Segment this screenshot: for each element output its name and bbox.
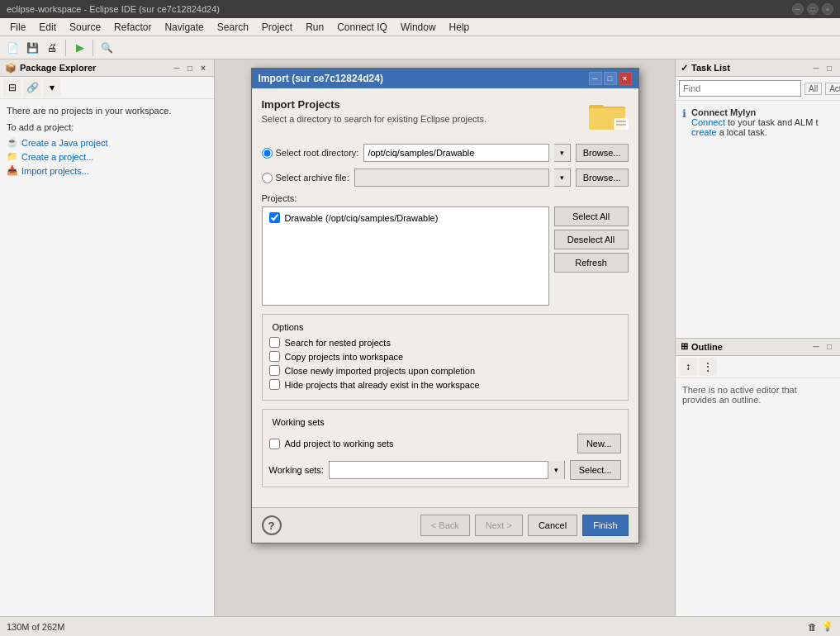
add-to-working-sets-label: Add project to working sets bbox=[285, 439, 394, 449]
outline-panel: ⊞ Outline ─ □ ↕ ⋮ There is no active edi… bbox=[676, 339, 840, 617]
collapse-all-button[interactable]: ⊟ bbox=[3, 78, 21, 97]
menu-navigate[interactable]: Navigate bbox=[158, 20, 210, 35]
projects-list: Drawable (/opt/ciq/samples/Drawable) bbox=[262, 206, 549, 306]
minimize-panel-button[interactable]: ─ bbox=[171, 62, 183, 74]
task-list-minimize[interactable]: ─ bbox=[810, 62, 822, 74]
active-tab[interactable]: Activ... bbox=[825, 83, 840, 95]
cancel-button[interactable]: Cancel bbox=[528, 515, 577, 536]
dialog-header-text: Import Projects Select a directory to se… bbox=[262, 98, 487, 124]
root-directory-dropdown[interactable]: ▾ bbox=[554, 144, 571, 162]
outline-title-area: ⊞ Outline bbox=[681, 341, 723, 352]
trash-icon[interactable]: 🗑 bbox=[808, 622, 817, 632]
menu-run[interactable]: Run bbox=[299, 20, 330, 35]
dialog-header: Import Projects Select a directory to se… bbox=[262, 98, 629, 134]
maximize-button[interactable]: □ bbox=[807, 3, 819, 15]
archive-file-input[interactable] bbox=[354, 168, 549, 187]
project-item-drawable: Drawable (/opt/ciq/samples/Drawable) bbox=[266, 211, 545, 225]
dialog-title-controls[interactable]: ─ □ × bbox=[589, 72, 632, 85]
options-group: Options Search for nested projects Copy … bbox=[262, 314, 629, 401]
menu-refactor[interactable]: Refactor bbox=[107, 20, 158, 35]
menu-edit[interactable]: Edit bbox=[32, 20, 63, 35]
task-list-panel: ✓ Task List ─ □ All Activ... bbox=[676, 59, 840, 339]
archive-file-dropdown[interactable]: ▾ bbox=[554, 168, 571, 187]
outline-content: There is no active editor that provides … bbox=[676, 378, 840, 411]
archive-file-browse-button[interactable]: Browse... bbox=[576, 168, 629, 187]
root-directory-radio[interactable] bbox=[262, 148, 273, 159]
root-directory-browse-button[interactable]: Browse... bbox=[576, 144, 629, 162]
menu-search[interactable]: Search bbox=[211, 20, 255, 35]
outline-controls[interactable]: ─ □ bbox=[810, 341, 835, 353]
close-panel-button[interactable]: × bbox=[197, 62, 209, 74]
center-area: Import (sur ce7c12824d24) ─ □ × Import P… bbox=[215, 59, 675, 616]
menu-connectiq[interactable]: Connect IQ bbox=[330, 20, 394, 35]
root-directory-input[interactable] bbox=[363, 144, 548, 162]
hide-projects-checkbox[interactable] bbox=[269, 379, 280, 390]
refresh-button[interactable]: Refresh bbox=[554, 253, 629, 273]
close-button[interactable]: × bbox=[822, 3, 833, 15]
outline-menu-button[interactable]: ⋮ bbox=[699, 358, 717, 376]
root-directory-row: Select root directory: ▾ Browse... bbox=[262, 144, 629, 162]
select-working-sets-button[interactable]: Select... bbox=[570, 460, 621, 480]
add-to-working-sets-checkbox[interactable] bbox=[269, 439, 280, 449]
option-copy-projects: Copy projects into workspace bbox=[269, 351, 621, 362]
print-button[interactable]: 🖨 bbox=[43, 39, 61, 57]
nested-projects-checkbox[interactable] bbox=[269, 337, 280, 348]
dialog-close-button[interactable]: × bbox=[619, 72, 632, 85]
outline-maximize[interactable]: □ bbox=[823, 341, 835, 353]
archive-file-radio[interactable] bbox=[262, 173, 273, 183]
title-bar: eclipse-workspace - Eclipse IDE (sur ce7… bbox=[0, 0, 840, 18]
finish-button[interactable]: Finish bbox=[582, 515, 628, 536]
task-list-header: ✓ Task List ─ □ bbox=[676, 59, 840, 77]
working-sets-add-row: Add project to working sets New... bbox=[269, 434, 621, 453]
save-button[interactable]: 💾 bbox=[23, 39, 41, 57]
import-dialog: Import (sur ce7c12824d24) ─ □ × Import P… bbox=[251, 68, 639, 543]
import-icon: 📥 bbox=[7, 165, 18, 176]
menu-file[interactable]: File bbox=[3, 20, 32, 35]
menu-source[interactable]: Source bbox=[63, 20, 107, 35]
main-toolbar: 📄 💾 🖨 ▶ 🔍 bbox=[0, 36, 840, 59]
task-list-controls[interactable]: ─ □ bbox=[810, 62, 835, 74]
back-button[interactable]: < Back bbox=[420, 515, 470, 536]
connect-link[interactable]: Connect bbox=[691, 117, 725, 127]
outline-sort-button[interactable]: ↕ bbox=[679, 358, 697, 376]
menu-help[interactable]: Help bbox=[443, 20, 477, 35]
new-working-set-button[interactable]: New... bbox=[577, 434, 621, 453]
link-with-editor-button[interactable]: 🔗 bbox=[23, 78, 41, 97]
outline-minimize[interactable]: ─ bbox=[810, 341, 822, 353]
all-tab[interactable]: All bbox=[804, 83, 822, 95]
import-projects-link[interactable]: 📥 Import projects... bbox=[7, 165, 207, 176]
create-java-project-link[interactable]: ☕ Create a Java project bbox=[7, 137, 207, 148]
outline-icon: ⊞ bbox=[681, 341, 688, 352]
new-button[interactable]: 📄 bbox=[3, 39, 21, 57]
next-button[interactable]: Next > bbox=[475, 515, 523, 536]
find-input[interactable] bbox=[679, 80, 801, 97]
package-explorer-content: There are no projects in your workspace.… bbox=[0, 99, 214, 616]
copy-projects-checkbox[interactable] bbox=[269, 351, 280, 362]
package-explorer-controls[interactable]: ─ □ × bbox=[171, 62, 209, 74]
working-sets-dropdown[interactable]: ▾ bbox=[329, 461, 565, 479]
toolbar-separator-1 bbox=[65, 40, 66, 56]
project-checkbox-drawable[interactable] bbox=[269, 212, 280, 223]
status-bar: 130M of 262M 🗑 💡 bbox=[0, 616, 840, 636]
dialog-minimize-button[interactable]: ─ bbox=[589, 72, 602, 85]
projects-label: Projects: bbox=[262, 193, 629, 203]
minimize-button[interactable]: ─ bbox=[792, 3, 804, 15]
window-controls[interactable]: ─ □ × bbox=[792, 3, 833, 15]
menu-project[interactable]: Project bbox=[255, 20, 299, 35]
menu-window[interactable]: Window bbox=[394, 20, 443, 35]
maximize-panel-button[interactable]: □ bbox=[184, 62, 196, 74]
search-button[interactable]: 🔍 bbox=[97, 39, 116, 57]
deselect-all-button[interactable]: Deselect All bbox=[554, 230, 629, 249]
task-list-maximize[interactable]: □ bbox=[823, 62, 835, 74]
working-sets-dropdown-arrow[interactable]: ▾ bbox=[548, 461, 564, 479]
select-all-button[interactable]: Select All bbox=[554, 206, 629, 226]
dialog-maximize-button[interactable]: □ bbox=[604, 72, 617, 85]
close-projects-checkbox[interactable] bbox=[269, 365, 280, 376]
run-button[interactable]: ▶ bbox=[70, 39, 88, 57]
package-explorer-icon: 📦 bbox=[5, 63, 17, 74]
connect-mylyn-content: ℹ Connect Mylyn Connect to your task and… bbox=[682, 107, 833, 137]
create-project-link[interactable]: 📁 Create a project... bbox=[7, 151, 207, 162]
create-link[interactable]: create bbox=[691, 127, 717, 137]
panel-menu-button[interactable]: ▾ bbox=[43, 78, 61, 97]
help-button[interactable]: ? bbox=[262, 515, 282, 535]
